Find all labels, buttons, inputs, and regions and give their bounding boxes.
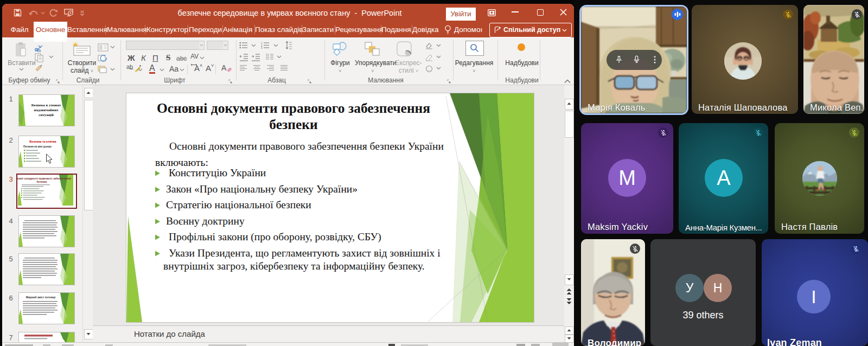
svg-text:ситуацій: ситуацій <box>39 113 53 117</box>
svg-text:надзвичайних: надзвичайних <box>34 108 59 112</box>
svg-text:Основні складності правового з: Основні складності правового забезпеченн… <box>17 177 71 180</box>
svg-text:Безпека та клятва: Безпека та клятва <box>29 140 56 143</box>
svg-text:Безпека в умовах: Безпека в умовах <box>31 103 61 107</box>
svg-text:Мирний зміст потомці: Мирний зміст потомці <box>26 296 56 299</box>
svg-text:безпеки: безпеки <box>37 180 47 183</box>
svg-text:Питання на міні уроках:: Питання на міні уроках: <box>23 145 52 148</box>
svg-text:3: 3 <box>261 47 263 49</box>
